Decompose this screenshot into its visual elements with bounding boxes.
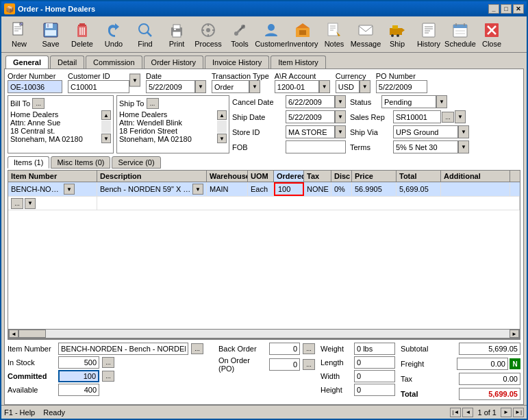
ship-to-ellipsis[interactable]: ... bbox=[147, 98, 159, 109]
customer-id-input[interactable] bbox=[68, 80, 129, 93]
inner-tab-items[interactable]: Items (1) bbox=[8, 156, 49, 169]
history-button[interactable]: History bbox=[414, 18, 444, 50]
customer-button[interactable]: Customer bbox=[256, 18, 286, 50]
fob-input[interactable] bbox=[286, 140, 346, 153]
cell-description[interactable]: Bench - NORDEN 59" X 13.75" X 17 ▼ bbox=[97, 182, 207, 196]
date-input[interactable] bbox=[146, 80, 195, 93]
ar-account-input[interactable] bbox=[275, 80, 319, 93]
minimize-button[interactable]: _ bbox=[488, 4, 499, 14]
scroll-right-btn[interactable]: ► bbox=[510, 330, 519, 338]
transaction-type-dropdown[interactable]: ▼ bbox=[249, 80, 260, 93]
in-stock-input[interactable] bbox=[58, 356, 99, 369]
subtotal-value[interactable] bbox=[459, 343, 520, 355]
notes-button[interactable]: Notes bbox=[319, 18, 349, 50]
ship-date-input[interactable] bbox=[286, 110, 335, 123]
nav-prev-btn[interactable]: ◄ bbox=[462, 408, 473, 417]
sales-rep-dropdown[interactable]: ▼ bbox=[455, 110, 466, 123]
ship-via-dropdown[interactable]: ▼ bbox=[458, 125, 469, 138]
close-toolbar-button[interactable]: Close bbox=[477, 18, 507, 50]
ship-date-dropdown[interactable]: ▼ bbox=[335, 110, 346, 123]
back-order-row: Back Order ... bbox=[218, 343, 315, 355]
ship-button[interactable]: Ship bbox=[382, 18, 412, 50]
tab-invoice-history[interactable]: Invoice History bbox=[205, 55, 269, 69]
on-order-ellipsis[interactable]: ... bbox=[303, 359, 315, 370]
freight-value[interactable] bbox=[457, 358, 508, 370]
total-value[interactable] bbox=[459, 388, 520, 400]
message-button[interactable]: Message bbox=[351, 18, 381, 50]
sales-rep-input[interactable] bbox=[393, 110, 441, 123]
committed-input[interactable] bbox=[58, 370, 99, 382]
tab-detail[interactable]: Detail bbox=[50, 55, 84, 69]
inventory-button[interactable]: Inventory bbox=[288, 18, 318, 50]
transaction-type-input[interactable] bbox=[212, 80, 249, 93]
maximize-button[interactable]: □ bbox=[501, 4, 512, 14]
in-stock-ellipsis[interactable]: ... bbox=[102, 357, 114, 368]
undo-button[interactable]: Undo bbox=[99, 18, 129, 50]
item-number-bottom-input[interactable] bbox=[58, 343, 188, 355]
process-button[interactable]: Process bbox=[193, 18, 223, 50]
inner-tab-service[interactable]: Service (0) bbox=[112, 156, 160, 169]
currency-dropdown[interactable]: ▼ bbox=[360, 80, 370, 93]
cell-ordered[interactable]: 100 bbox=[274, 182, 304, 196]
inner-tab-misc[interactable]: Misc Items (0) bbox=[51, 156, 110, 169]
tab-order-history[interactable]: Order History bbox=[144, 55, 203, 69]
height-input[interactable] bbox=[354, 384, 395, 396]
bill-to-scroll-up[interactable]: ▲ bbox=[101, 110, 111, 120]
bill-to-scroll-down[interactable]: ▼ bbox=[101, 134, 111, 143]
close-window-button[interactable]: ✕ bbox=[513, 4, 524, 14]
ship-to-scroll-down[interactable]: ▼ bbox=[217, 134, 227, 143]
nav-first-btn[interactable]: |◄ bbox=[450, 408, 461, 417]
order-number-input[interactable] bbox=[8, 80, 62, 93]
date-dropdown[interactable]: ▼ bbox=[195, 80, 206, 93]
new-button[interactable]: New bbox=[4, 18, 34, 50]
back-order-ellipsis[interactable]: ... bbox=[303, 343, 315, 354]
cancel-date-dropdown[interactable]: ▼ bbox=[335, 95, 346, 108]
store-id-dropdown[interactable]: ▼ bbox=[335, 125, 346, 138]
cell-item-number-empty[interactable]: ... ▼ bbox=[8, 197, 97, 210]
scroll-left-btn[interactable]: ◄ bbox=[9, 330, 18, 338]
ar-account-dropdown[interactable]: ▼ bbox=[319, 80, 330, 93]
cancel-date-input[interactable] bbox=[286, 95, 335, 108]
tab-commission[interactable]: Commission bbox=[86, 55, 142, 69]
weight-input[interactable] bbox=[354, 343, 395, 355]
tab-item-history[interactable]: Item History bbox=[271, 55, 326, 69]
nav-last-btn[interactable]: ►| bbox=[513, 408, 524, 417]
schedule-button[interactable]: Schedule bbox=[445, 18, 475, 50]
status-dropdown[interactable]: ▼ bbox=[436, 95, 447, 108]
width-input[interactable] bbox=[354, 370, 395, 382]
empty-row-dropdown[interactable]: ▼ bbox=[25, 198, 36, 209]
status-input[interactable] bbox=[381, 95, 436, 108]
terms-input[interactable] bbox=[393, 140, 458, 153]
grid-scrollbar-h[interactable]: ◄ ► bbox=[8, 329, 520, 338]
delete-button[interactable]: Delete bbox=[67, 18, 97, 50]
tab-general[interactable]: General bbox=[5, 55, 49, 69]
available-input[interactable] bbox=[58, 384, 99, 396]
store-id-input[interactable] bbox=[286, 125, 335, 138]
desc-dropdown[interactable]: ▼ bbox=[192, 184, 203, 195]
committed-ellipsis[interactable]: ... bbox=[102, 371, 114, 382]
ship-to-scroll-up[interactable]: ▲ bbox=[217, 110, 227, 120]
title-buttons[interactable]: _ □ ✕ bbox=[488, 4, 524, 14]
item-number-bottom-ellipsis[interactable]: ... bbox=[191, 343, 203, 354]
add-item-btn[interactable]: ... bbox=[11, 198, 23, 209]
po-number-input[interactable] bbox=[376, 80, 427, 93]
back-order-input[interactable] bbox=[269, 343, 300, 355]
on-order-input[interactable] bbox=[269, 358, 300, 371]
currency-input[interactable] bbox=[336, 80, 360, 93]
print-button[interactable]: Print bbox=[162, 18, 192, 50]
ship-via-input[interactable] bbox=[393, 125, 458, 138]
length-input[interactable] bbox=[354, 356, 395, 369]
scroll-track[interactable] bbox=[18, 330, 510, 338]
nav-next-btn[interactable]: ► bbox=[501, 408, 512, 417]
scroll-thumb[interactable] bbox=[18, 330, 46, 338]
find-button[interactable]: Find bbox=[130, 18, 160, 50]
item-number-dropdown[interactable]: ▼ bbox=[64, 184, 75, 195]
cell-item-number[interactable]: BENCH-NORDEN ▼ bbox=[8, 182, 97, 196]
undo-icon bbox=[104, 21, 123, 40]
save-button[interactable]: Save bbox=[36, 18, 66, 50]
sales-rep-ellipsis[interactable]: ... bbox=[442, 112, 454, 123]
terms-dropdown[interactable]: ▼ bbox=[458, 140, 469, 153]
bill-to-ellipsis[interactable]: ... bbox=[32, 98, 45, 109]
tools-button[interactable]: Tools bbox=[225, 18, 255, 50]
tax-value[interactable] bbox=[459, 373, 520, 385]
